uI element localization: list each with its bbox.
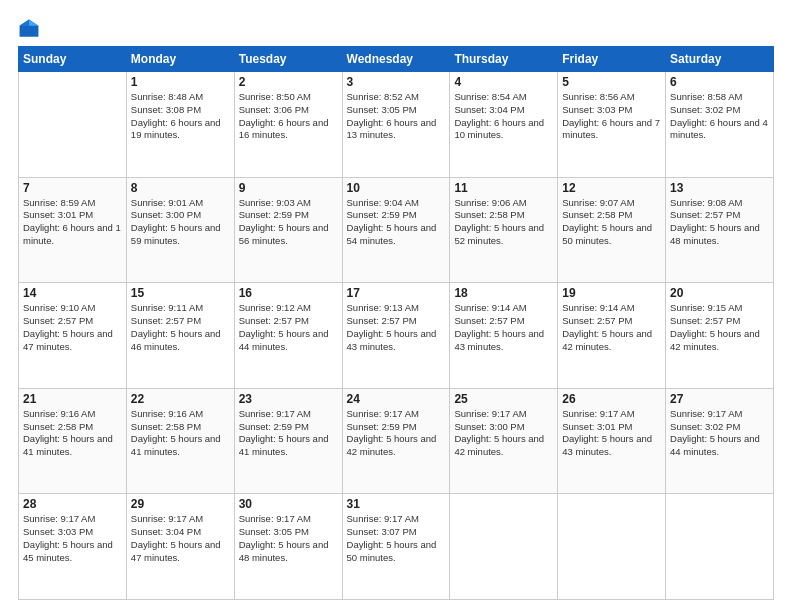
logo <box>18 18 44 40</box>
day-info: Sunrise: 9:06 AM Sunset: 2:58 PM Dayligh… <box>454 197 553 248</box>
day-number: 1 <box>131 75 230 89</box>
calendar-cell <box>666 494 774 600</box>
header <box>18 18 774 40</box>
day-number: 5 <box>562 75 661 89</box>
day-info: Sunrise: 8:50 AM Sunset: 3:06 PM Dayligh… <box>239 91 338 142</box>
day-number: 15 <box>131 286 230 300</box>
calendar-cell: 28Sunrise: 9:17 AM Sunset: 3:03 PM Dayli… <box>19 494 127 600</box>
day-info: Sunrise: 9:08 AM Sunset: 2:57 PM Dayligh… <box>670 197 769 248</box>
day-number: 17 <box>347 286 446 300</box>
day-info: Sunrise: 8:54 AM Sunset: 3:04 PM Dayligh… <box>454 91 553 142</box>
calendar-cell: 25Sunrise: 9:17 AM Sunset: 3:00 PM Dayli… <box>450 388 558 494</box>
calendar-cell <box>558 494 666 600</box>
day-number: 22 <box>131 392 230 406</box>
day-info: Sunrise: 9:01 AM Sunset: 3:00 PM Dayligh… <box>131 197 230 248</box>
calendar-cell: 10Sunrise: 9:04 AM Sunset: 2:59 PM Dayli… <box>342 177 450 283</box>
svg-marker-2 <box>20 20 29 26</box>
day-number: 12 <box>562 181 661 195</box>
calendar-cell: 1Sunrise: 8:48 AM Sunset: 3:08 PM Daylig… <box>126 72 234 178</box>
weekday-header-sunday: Sunday <box>19 47 127 72</box>
day-info: Sunrise: 9:17 AM Sunset: 3:01 PM Dayligh… <box>562 408 661 459</box>
calendar-cell: 16Sunrise: 9:12 AM Sunset: 2:57 PM Dayli… <box>234 283 342 389</box>
day-number: 16 <box>239 286 338 300</box>
day-number: 8 <box>131 181 230 195</box>
calendar-cell <box>19 72 127 178</box>
day-number: 25 <box>454 392 553 406</box>
day-info: Sunrise: 9:17 AM Sunset: 3:02 PM Dayligh… <box>670 408 769 459</box>
day-info: Sunrise: 8:58 AM Sunset: 3:02 PM Dayligh… <box>670 91 769 142</box>
calendar-cell: 15Sunrise: 9:11 AM Sunset: 2:57 PM Dayli… <box>126 283 234 389</box>
calendar-cell: 12Sunrise: 9:07 AM Sunset: 2:58 PM Dayli… <box>558 177 666 283</box>
calendar-cell: 23Sunrise: 9:17 AM Sunset: 2:59 PM Dayli… <box>234 388 342 494</box>
calendar-cell: 27Sunrise: 9:17 AM Sunset: 3:02 PM Dayli… <box>666 388 774 494</box>
day-number: 26 <box>562 392 661 406</box>
calendar-cell: 13Sunrise: 9:08 AM Sunset: 2:57 PM Dayli… <box>666 177 774 283</box>
day-info: Sunrise: 9:17 AM Sunset: 3:07 PM Dayligh… <box>347 513 446 564</box>
calendar-cell: 8Sunrise: 9:01 AM Sunset: 3:00 PM Daylig… <box>126 177 234 283</box>
day-number: 20 <box>670 286 769 300</box>
calendar-week-row: 21Sunrise: 9:16 AM Sunset: 2:58 PM Dayli… <box>19 388 774 494</box>
day-info: Sunrise: 9:04 AM Sunset: 2:59 PM Dayligh… <box>347 197 446 248</box>
day-info: Sunrise: 9:03 AM Sunset: 2:59 PM Dayligh… <box>239 197 338 248</box>
calendar-cell: 2Sunrise: 8:50 AM Sunset: 3:06 PM Daylig… <box>234 72 342 178</box>
day-info: Sunrise: 9:12 AM Sunset: 2:57 PM Dayligh… <box>239 302 338 353</box>
day-number: 24 <box>347 392 446 406</box>
day-info: Sunrise: 9:16 AM Sunset: 2:58 PM Dayligh… <box>23 408 122 459</box>
calendar-week-row: 7Sunrise: 8:59 AM Sunset: 3:01 PM Daylig… <box>19 177 774 283</box>
day-number: 13 <box>670 181 769 195</box>
day-info: Sunrise: 9:17 AM Sunset: 3:00 PM Dayligh… <box>454 408 553 459</box>
day-number: 10 <box>347 181 446 195</box>
day-info: Sunrise: 9:17 AM Sunset: 3:05 PM Dayligh… <box>239 513 338 564</box>
calendar-cell: 9Sunrise: 9:03 AM Sunset: 2:59 PM Daylig… <box>234 177 342 283</box>
calendar-cell: 31Sunrise: 9:17 AM Sunset: 3:07 PM Dayli… <box>342 494 450 600</box>
calendar-cell: 11Sunrise: 9:06 AM Sunset: 2:58 PM Dayli… <box>450 177 558 283</box>
svg-marker-1 <box>29 20 38 26</box>
day-info: Sunrise: 9:16 AM Sunset: 2:58 PM Dayligh… <box>131 408 230 459</box>
weekday-header-wednesday: Wednesday <box>342 47 450 72</box>
day-number: 14 <box>23 286 122 300</box>
weekday-header-monday: Monday <box>126 47 234 72</box>
day-number: 21 <box>23 392 122 406</box>
day-info: Sunrise: 8:52 AM Sunset: 3:05 PM Dayligh… <box>347 91 446 142</box>
calendar-cell: 18Sunrise: 9:14 AM Sunset: 2:57 PM Dayli… <box>450 283 558 389</box>
day-number: 6 <box>670 75 769 89</box>
day-number: 31 <box>347 497 446 511</box>
day-info: Sunrise: 9:15 AM Sunset: 2:57 PM Dayligh… <box>670 302 769 353</box>
day-info: Sunrise: 8:59 AM Sunset: 3:01 PM Dayligh… <box>23 197 122 248</box>
calendar-cell: 7Sunrise: 8:59 AM Sunset: 3:01 PM Daylig… <box>19 177 127 283</box>
calendar-cell: 26Sunrise: 9:17 AM Sunset: 3:01 PM Dayli… <box>558 388 666 494</box>
calendar-week-row: 14Sunrise: 9:10 AM Sunset: 2:57 PM Dayli… <box>19 283 774 389</box>
day-number: 23 <box>239 392 338 406</box>
day-info: Sunrise: 9:17 AM Sunset: 3:04 PM Dayligh… <box>131 513 230 564</box>
calendar-cell: 22Sunrise: 9:16 AM Sunset: 2:58 PM Dayli… <box>126 388 234 494</box>
calendar-week-row: 28Sunrise: 9:17 AM Sunset: 3:03 PM Dayli… <box>19 494 774 600</box>
calendar-cell: 6Sunrise: 8:58 AM Sunset: 3:02 PM Daylig… <box>666 72 774 178</box>
calendar-cell: 3Sunrise: 8:52 AM Sunset: 3:05 PM Daylig… <box>342 72 450 178</box>
day-number: 3 <box>347 75 446 89</box>
day-number: 11 <box>454 181 553 195</box>
day-info: Sunrise: 9:17 AM Sunset: 2:59 PM Dayligh… <box>239 408 338 459</box>
logo-icon <box>18 18 40 40</box>
day-number: 4 <box>454 75 553 89</box>
calendar-cell: 29Sunrise: 9:17 AM Sunset: 3:04 PM Dayli… <box>126 494 234 600</box>
day-number: 27 <box>670 392 769 406</box>
day-number: 18 <box>454 286 553 300</box>
calendar-cell: 20Sunrise: 9:15 AM Sunset: 2:57 PM Dayli… <box>666 283 774 389</box>
day-number: 7 <box>23 181 122 195</box>
calendar-table: SundayMondayTuesdayWednesdayThursdayFrid… <box>18 46 774 600</box>
day-info: Sunrise: 9:07 AM Sunset: 2:58 PM Dayligh… <box>562 197 661 248</box>
weekday-header-saturday: Saturday <box>666 47 774 72</box>
day-number: 19 <box>562 286 661 300</box>
calendar-cell: 17Sunrise: 9:13 AM Sunset: 2:57 PM Dayli… <box>342 283 450 389</box>
weekday-header-tuesday: Tuesday <box>234 47 342 72</box>
day-number: 28 <box>23 497 122 511</box>
calendar-cell: 30Sunrise: 9:17 AM Sunset: 3:05 PM Dayli… <box>234 494 342 600</box>
calendar-cell: 14Sunrise: 9:10 AM Sunset: 2:57 PM Dayli… <box>19 283 127 389</box>
page: SundayMondayTuesdayWednesdayThursdayFrid… <box>0 0 792 612</box>
day-info: Sunrise: 9:14 AM Sunset: 2:57 PM Dayligh… <box>454 302 553 353</box>
calendar-week-row: 1Sunrise: 8:48 AM Sunset: 3:08 PM Daylig… <box>19 72 774 178</box>
day-number: 2 <box>239 75 338 89</box>
day-info: Sunrise: 9:17 AM Sunset: 3:03 PM Dayligh… <box>23 513 122 564</box>
day-info: Sunrise: 8:56 AM Sunset: 3:03 PM Dayligh… <box>562 91 661 142</box>
day-info: Sunrise: 9:11 AM Sunset: 2:57 PM Dayligh… <box>131 302 230 353</box>
